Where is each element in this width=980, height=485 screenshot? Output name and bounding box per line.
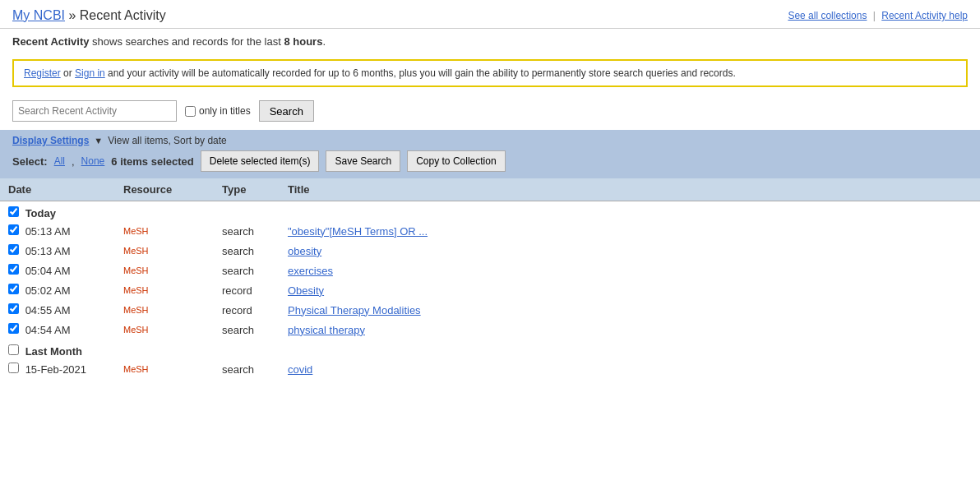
toolbar-row2: Select: All, None 6 items selected Delet…: [12, 150, 968, 172]
select-none-link[interactable]: None: [81, 155, 105, 167]
title-link[interactable]: Physical Therapy Modalities: [288, 304, 421, 316]
select-label: Select:: [12, 155, 48, 168]
title-cell: Obesity: [280, 280, 980, 300]
date-cell: 05:13 AM: [0, 221, 115, 241]
date-cell: 15-Feb-2021: [0, 359, 115, 379]
sign-in-link[interactable]: Sign in: [75, 67, 105, 79]
banner-or: or: [61, 67, 75, 79]
time-value: 05:02 AM: [25, 284, 71, 297]
col-type: Type: [214, 178, 280, 201]
date-cell: 04:54 AM: [0, 320, 115, 340]
time-value: 04:55 AM: [25, 304, 71, 316]
col-date: Date: [0, 178, 115, 201]
banner-text: and your activity will be automatically …: [105, 67, 736, 79]
row-checkbox[interactable]: [8, 244, 19, 255]
table-header: Date Resource Type Title: [0, 178, 980, 201]
info-banner: Register or Sign in and your activity wi…: [12, 59, 968, 87]
row-checkbox[interactable]: [8, 284, 19, 294]
register-link[interactable]: Register: [24, 67, 61, 79]
title-link[interactable]: obesity: [288, 245, 321, 257]
date-cell: 05:13 AM: [0, 241, 115, 261]
title-cell: exercises: [280, 261, 980, 280]
select-all-link[interactable]: All: [54, 155, 65, 167]
copy-collection-button[interactable]: Copy to Collection: [407, 150, 505, 172]
items-selected-count: 6 items selected: [111, 155, 193, 168]
time-value: 05:13 AM: [25, 225, 71, 238]
resource-cell: MeSH: [115, 359, 214, 379]
save-search-button[interactable]: Save Search: [326, 150, 400, 172]
toolbar-row1: Display Settings ▼ View all items, Sort …: [12, 135, 968, 150]
type-cell: record: [214, 280, 280, 300]
subtitle-suffix: .: [322, 35, 326, 48]
pipe-separator: |: [873, 10, 876, 21]
search-input[interactable]: [12, 100, 177, 122]
row-checkbox[interactable]: [8, 303, 19, 314]
group-checkbox[interactable]: [8, 344, 19, 355]
breadcrumb-area: My NCBI » Recent Activity: [12, 8, 166, 23]
search-button[interactable]: Search: [259, 100, 314, 122]
page-header: My NCBI » Recent Activity See all collec…: [0, 0, 980, 29]
title-cell: obesity: [280, 241, 980, 261]
type-cell: search: [214, 241, 280, 261]
title-link[interactable]: exercises: [288, 265, 333, 277]
only-titles-text: only in titles: [199, 105, 251, 117]
resource-cell: MeSH: [115, 300, 214, 320]
table-group-row: Last Month: [0, 340, 980, 359]
comma: ,: [72, 155, 75, 168]
row-checkbox[interactable]: [8, 323, 19, 334]
title-cell: Physical Therapy Modalities: [280, 300, 980, 320]
table-group-row: Today: [0, 201, 980, 222]
sort-info: View all items, Sort by date: [108, 135, 227, 146]
date-cell: 05:02 AM: [0, 280, 115, 300]
toolbar: Display Settings ▼ View all items, Sort …: [0, 130, 980, 178]
display-settings-link[interactable]: Display Settings: [12, 135, 89, 146]
time-value: 05:13 AM: [25, 245, 71, 257]
date-cell: 05:04 AM: [0, 261, 115, 280]
title-cell: "obesity"[MeSH Terms] OR ...: [280, 221, 980, 241]
title-link[interactable]: "obesity"[MeSH Terms] OR ...: [288, 225, 428, 238]
table-row: 04:55 AM MeSH record Physical Therapy Mo…: [0, 300, 980, 320]
row-checkbox[interactable]: [8, 224, 19, 235]
chevron-down-icon: ▼: [94, 136, 103, 146]
subtitle-middle: shows searches and records for the last: [89, 35, 284, 48]
col-title: Title: [280, 178, 980, 201]
resource-cell: MeSH: [115, 241, 214, 261]
row-checkbox[interactable]: [8, 264, 19, 275]
table-row: 05:13 AM MeSH search obesity: [0, 241, 980, 261]
resource-cell: MeSH: [115, 261, 214, 280]
type-cell: search: [214, 320, 280, 340]
subtitle-label: Recent Activity: [12, 35, 89, 48]
type-cell: search: [214, 221, 280, 241]
group-label: Last Month: [25, 345, 82, 358]
subtitle-area: Recent Activity shows searches and recor…: [0, 29, 980, 54]
header-links: See all collections | Recent Activity he…: [788, 10, 968, 21]
date-cell: 04:55 AM: [0, 300, 115, 320]
type-cell: search: [214, 359, 280, 379]
breadcrumb-separator: »: [68, 8, 76, 22]
page-title: Recent Activity: [80, 8, 166, 22]
title-link[interactable]: physical therapy: [288, 324, 365, 336]
type-cell: search: [214, 261, 280, 280]
see-all-collections-link[interactable]: See all collections: [788, 10, 867, 21]
help-link[interactable]: Recent Activity help: [881, 10, 968, 21]
breadcrumb-link[interactable]: My NCBI: [12, 8, 65, 22]
col-resource: Resource: [115, 178, 214, 201]
resource-cell: MeSH: [115, 221, 214, 241]
resource-cell: MeSH: [115, 320, 214, 340]
title-cell: covid: [280, 359, 980, 379]
only-titles-label: only in titles: [185, 105, 251, 117]
title-link[interactable]: covid: [288, 363, 312, 376]
row-checkbox[interactable]: [8, 363, 19, 373]
group-label: Today: [25, 207, 56, 219]
subtitle-hours: 8 hours: [284, 35, 322, 48]
delete-selected-button[interactable]: Delete selected item(s): [201, 150, 320, 172]
only-titles-checkbox[interactable]: [185, 106, 196, 117]
time-value: 05:04 AM: [25, 265, 71, 277]
type-cell: record: [214, 300, 280, 320]
group-checkbox[interactable]: [8, 206, 19, 217]
resource-cell: MeSH: [115, 280, 214, 300]
table-row: 05:13 AM MeSH search "obesity"[MeSH Term…: [0, 221, 980, 241]
title-link[interactable]: Obesity: [288, 284, 324, 297]
table-row: 05:02 AM MeSH record Obesity: [0, 280, 980, 300]
search-area: only in titles Search: [0, 92, 980, 130]
